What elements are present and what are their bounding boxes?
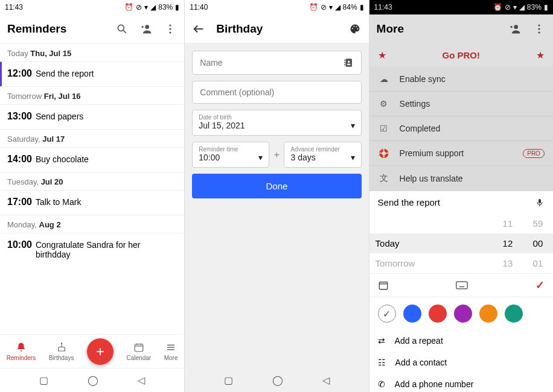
more-icon[interactable] bbox=[532, 22, 546, 36]
nav-calendar[interactable]: Calendar bbox=[127, 341, 152, 361]
picker-hour-next[interactable]: 13 bbox=[493, 253, 523, 273]
more-icon[interactable] bbox=[164, 22, 177, 36]
row-premium-support[interactable]: 🛟Premium supportPRO bbox=[369, 141, 553, 166]
reminder-item[interactable]: 13:00Send papers bbox=[0, 104, 184, 129]
row-translate[interactable]: 文Help us translate bbox=[369, 166, 553, 191]
name-field[interactable] bbox=[200, 58, 342, 68]
svg-point-0 bbox=[118, 25, 124, 31]
panel-reminders: 11:43 ⏰ ⊘ ▾ ◢ 83% ▮ Reminders Today Thu,… bbox=[0, 0, 184, 392]
picker-min-sel[interactable]: 00 bbox=[523, 233, 553, 253]
comment-input[interactable] bbox=[192, 81, 361, 104]
svg-point-23 bbox=[514, 25, 518, 29]
back-arrow-icon[interactable] bbox=[192, 22, 205, 36]
nav-back-icon[interactable]: ◁ bbox=[322, 375, 330, 386]
svg-point-22 bbox=[348, 61, 350, 63]
add-person-icon[interactable] bbox=[139, 22, 153, 36]
status-bar: 11:43 ⏰ ⊘ ▾ ◢ 83% ▮ bbox=[369, 0, 553, 14]
mic-icon[interactable] bbox=[535, 198, 545, 207]
dob-select[interactable]: Date of birth Jul 15, 2021▾ bbox=[192, 110, 361, 136]
calendar-picker-icon[interactable] bbox=[378, 280, 389, 291]
nav-reminders[interactable]: Reminders bbox=[7, 341, 36, 361]
color-purple[interactable] bbox=[454, 305, 472, 323]
menu-icon bbox=[165, 341, 177, 353]
wifi-icon: ▾ bbox=[513, 3, 517, 11]
nav-more[interactable]: More bbox=[164, 341, 178, 361]
cloud-icon: ☁ bbox=[378, 74, 390, 84]
reminder-time-select[interactable]: Reminder time 10:00▾ bbox=[192, 142, 269, 168]
nav-birthdays[interactable]: Birthdays bbox=[49, 341, 74, 361]
svg-rect-21 bbox=[344, 64, 345, 65]
row-enable-sync[interactable]: ☁Enable sync bbox=[369, 67, 553, 92]
svg-point-14 bbox=[351, 28, 353, 29]
wifi-icon: ▾ bbox=[144, 3, 148, 11]
confirm-check-icon[interactable]: ✓ bbox=[535, 279, 545, 292]
color-red[interactable] bbox=[429, 305, 447, 323]
svg-rect-28 bbox=[379, 282, 388, 289]
bell-icon bbox=[15, 341, 27, 353]
nav-home-icon[interactable]: ◯ bbox=[88, 375, 98, 386]
app-title: Birthday bbox=[216, 22, 263, 36]
color-none[interactable]: ✓ bbox=[378, 305, 396, 323]
status-time: 11:40 bbox=[190, 3, 208, 11]
picker-day-next[interactable]: Tomorrow bbox=[369, 253, 493, 273]
row-completed[interactable]: ☑Completed bbox=[369, 116, 553, 141]
status-time: 11:43 bbox=[5, 3, 23, 11]
picker-day-sel[interactable]: Today bbox=[369, 233, 493, 253]
battery-icon: ▮ bbox=[360, 3, 364, 11]
support-icon: 🛟 bbox=[378, 148, 390, 158]
comment-field[interactable] bbox=[200, 87, 353, 97]
contacts-icon[interactable] bbox=[343, 57, 354, 68]
nav-home-icon[interactable]: ◯ bbox=[272, 375, 283, 386]
row-settings[interactable]: ⚙Settings bbox=[369, 92, 553, 116]
fab-add[interactable]: + bbox=[87, 338, 113, 365]
status-right: ⏰ ⊘ ▾ ◢ 84% ▮ bbox=[309, 3, 364, 11]
option-add-contact[interactable]: ☷Add a contact bbox=[369, 352, 553, 373]
reminder-item[interactable]: 10:00Congratulate Sandra for her birthdd… bbox=[0, 233, 184, 267]
group-header: Today Thu, Jul 15 bbox=[0, 43, 184, 62]
cake-icon bbox=[56, 341, 68, 353]
status-right: ⏰ ⊘ ▾ ◢ 83% ▮ bbox=[124, 3, 179, 11]
svg-rect-6 bbox=[135, 344, 143, 352]
status-battery: 83% bbox=[158, 3, 173, 11]
reminder-item[interactable]: 14:00Buy chocolate bbox=[0, 147, 184, 172]
done-button[interactable]: Done bbox=[192, 174, 361, 198]
svg-point-2 bbox=[145, 25, 150, 29]
reminder-item[interactable]: 17:00Talk to Mark bbox=[0, 190, 184, 215]
status-bar: 11:40 ⏰ ⊘ ▾ ◢ 84% ▮ bbox=[185, 0, 368, 14]
signal-icon: ◢ bbox=[335, 3, 340, 11]
status-battery: 83% bbox=[527, 3, 542, 11]
advance-reminder-select[interactable]: Advance reminder 3 days▾ bbox=[284, 142, 361, 168]
color-teal[interactable] bbox=[505, 305, 523, 323]
picker-min-next[interactable]: 01 bbox=[523, 253, 553, 273]
picker-min-prev[interactable]: 59 bbox=[523, 213, 553, 233]
dnd-icon: ⊘ bbox=[136, 3, 142, 11]
plus-separator: + bbox=[269, 142, 284, 168]
color-row: ✓ bbox=[369, 297, 553, 330]
add-person-icon[interactable] bbox=[508, 22, 522, 36]
color-orange[interactable] bbox=[479, 305, 497, 323]
nav-back-icon[interactable]: ◁ bbox=[138, 375, 145, 386]
search-icon[interactable] bbox=[115, 22, 129, 36]
color-blue[interactable] bbox=[403, 305, 421, 323]
name-input[interactable] bbox=[192, 51, 361, 75]
reminders-list[interactable]: Today Thu, Jul 15 12:00Send the report T… bbox=[0, 43, 184, 334]
palette-icon[interactable] bbox=[348, 22, 362, 36]
svg-rect-30 bbox=[456, 282, 467, 289]
wifi-icon: ▾ bbox=[329, 3, 333, 11]
star-icon: ★ bbox=[536, 49, 545, 61]
date-time-picker[interactable]: 11 59 Today 12 00 Tomorrow 13 01 bbox=[369, 213, 553, 273]
nav-recents-icon[interactable]: ▢ bbox=[39, 375, 48, 386]
option-add-phone[interactable]: ✆Add a phone number bbox=[369, 373, 553, 392]
chevron-down-icon: ▾ bbox=[258, 153, 263, 162]
panel-more: 11:43 ⏰ ⊘ ▾ ◢ 83% ▮ More ★ Go PRO! ★ ☁En… bbox=[369, 0, 553, 392]
battery-icon: ▮ bbox=[175, 3, 179, 11]
picker-hour-sel[interactable]: 12 bbox=[493, 233, 523, 253]
picker-hour-prev[interactable]: 11 bbox=[493, 213, 523, 233]
go-pro-banner[interactable]: ★ Go PRO! ★ bbox=[369, 43, 553, 67]
svg-rect-19 bbox=[344, 60, 345, 61]
picker-day-prev[interactable] bbox=[369, 213, 493, 233]
keyboard-icon[interactable] bbox=[456, 281, 468, 289]
reminder-item[interactable]: 12:00Send the report bbox=[0, 62, 184, 86]
option-add-repeat[interactable]: ⇄Add a repeat bbox=[369, 330, 553, 352]
nav-recents-icon[interactable]: ▢ bbox=[224, 375, 233, 386]
